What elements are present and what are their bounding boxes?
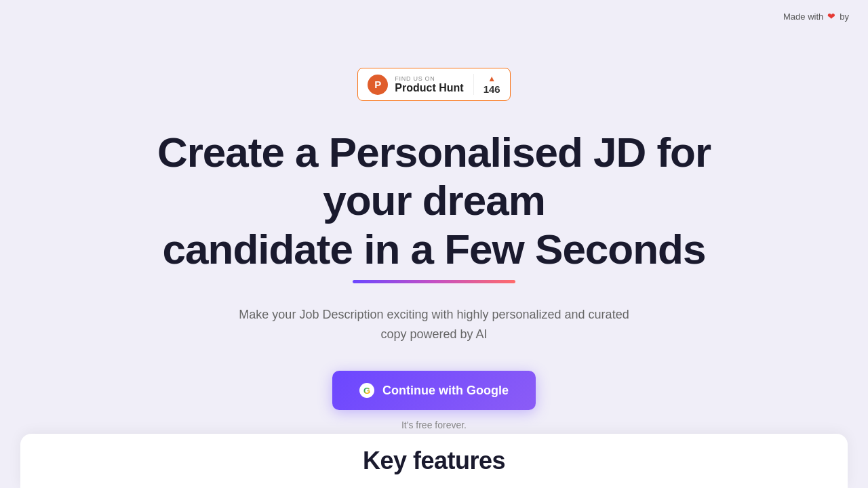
- google-icon: G: [359, 383, 374, 398]
- product-hunt-votes: ▲ 146: [473, 74, 500, 95]
- hero-subtitle: Make your Job Description exciting with …: [237, 305, 631, 344]
- find-us-label: FIND US ON: [395, 75, 463, 82]
- by-text: by: [840, 12, 849, 22]
- top-bar: Made with ❤ by: [764, 0, 868, 33]
- heading-line1: Create a Personalised JD for your dream: [157, 129, 711, 224]
- main-content: P FIND US ON Product Hunt ▲ 146 Create a…: [0, 0, 868, 471]
- heart-icon: ❤: [827, 11, 835, 22]
- gradient-underline-decoration: [353, 280, 515, 283]
- free-forever-text: It's free forever.: [401, 420, 467, 430]
- continue-with-google-button[interactable]: G Continue with Google: [332, 371, 536, 410]
- made-with-text: Made with: [783, 12, 823, 22]
- product-hunt-text-block: FIND US ON Product Hunt: [395, 75, 463, 94]
- product-hunt-logo: P: [368, 75, 388, 95]
- product-hunt-badge[interactable]: P FIND US ON Product Hunt ▲ 146: [357, 68, 510, 101]
- vote-count: 146: [484, 83, 500, 95]
- heading-line2: candidate in a Few Seconds: [163, 226, 706, 272]
- main-heading: Create a Personalised JD for your dream …: [129, 128, 739, 273]
- key-features-card: Key features: [20, 434, 848, 488]
- product-hunt-name: Product Hunt: [395, 82, 463, 94]
- cta-button-label: Continue with Google: [382, 384, 509, 398]
- upvote-arrow-icon: ▲: [488, 74, 496, 83]
- google-g-letter: G: [363, 386, 370, 396]
- key-features-title: Key features: [363, 447, 505, 475]
